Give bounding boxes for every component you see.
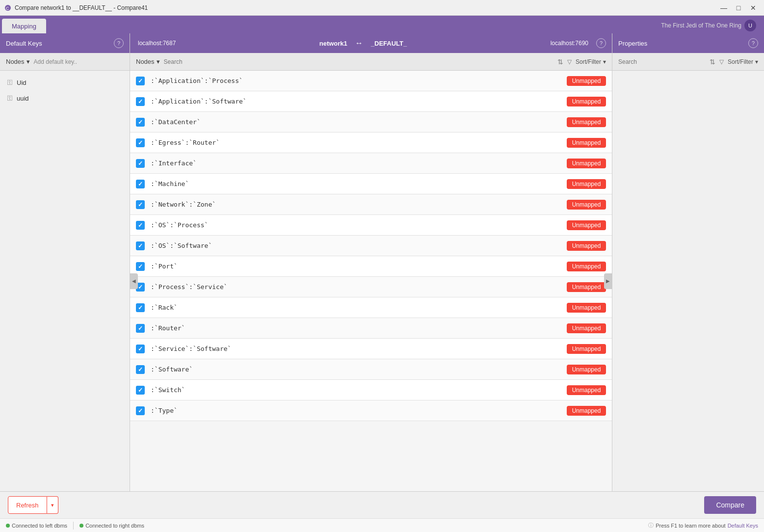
unmapped-badge[interactable]: Unmapped (567, 159, 606, 168)
row-checkbox[interactable] (136, 77, 145, 85)
user-info: The First Jedi of The One Ring U (661, 20, 764, 33)
unmapped-badge[interactable]: Unmapped (567, 344, 606, 354)
restore-button[interactable]: □ (732, 1, 745, 15)
row-checkbox[interactable] (136, 159, 145, 168)
minimize-button[interactable]: — (717, 1, 731, 15)
left-panel: Default Keys ? Nodes ▾ Add default key..… (0, 33, 130, 491)
unmapped-badge[interactable]: Unmapped (567, 179, 606, 189)
unmapped-badge[interactable]: Unmapped (567, 385, 606, 395)
node-label: :`Router` (151, 324, 561, 332)
right-search-input[interactable] (618, 56, 706, 68)
key-item-uuid: ⚿ uuid (0, 90, 130, 106)
unmapped-badge[interactable]: Unmapped (567, 200, 606, 210)
collapse-right-button[interactable]: ▶ (604, 273, 612, 289)
row-checkbox[interactable] (136, 118, 145, 127)
row-checkbox[interactable] (136, 241, 145, 250)
unmapped-badge[interactable]: Unmapped (567, 282, 606, 292)
node-label: :`Egress`:`Router` (151, 139, 561, 146)
right-sort-filter-button[interactable]: Sort/Filter ▾ (728, 58, 758, 65)
mapping-row[interactable]: :`Application`:`Software`Unmapped (130, 91, 612, 112)
add-default-key-button[interactable]: Add default key.. (34, 58, 78, 65)
center-panel-help[interactable]: ? (596, 38, 606, 48)
center-nodes-dropdown[interactable]: Nodes ▾ (136, 58, 160, 65)
refresh-dropdown-button[interactable]: ▾ (47, 496, 58, 514)
main-window: C Compare network1 to __DEFAULT__ - Comp… (0, 0, 764, 532)
status-left2: Connected to right dbms (79, 523, 144, 529)
node-label: :`Switch` (151, 386, 561, 394)
unmapped-badge[interactable]: Unmapped (567, 138, 606, 148)
left-nodes-bar: Nodes ▾ Add default key.. (0, 53, 130, 71)
mapping-row[interactable]: :`OS`:`Process`Unmapped (130, 215, 612, 236)
mapping-list: :`Application`:`Process`Unmapped:`Applic… (130, 71, 612, 421)
row-checkbox[interactable] (136, 386, 145, 395)
svg-text:C: C (6, 6, 9, 11)
key-icon: ⚿ (7, 79, 13, 86)
mapping-row[interactable]: :`Switch`Unmapped (130, 380, 612, 400)
status-bar: Connected to left dbms Connected to righ… (0, 518, 764, 532)
unmapped-badge[interactable]: Unmapped (567, 365, 606, 374)
unmapped-badge[interactable]: Unmapped (567, 323, 606, 333)
mapping-tab[interactable]: Mapping (2, 19, 46, 33)
row-checkbox[interactable] (136, 262, 145, 271)
close-button[interactable]: ✕ (746, 1, 760, 15)
unmapped-badge[interactable]: Unmapped (567, 97, 606, 106)
mapping-row[interactable]: :`Router`Unmapped (130, 318, 612, 339)
unmapped-badge[interactable]: Unmapped (567, 220, 606, 230)
unmapped-badge[interactable]: Unmapped (567, 241, 606, 251)
unmapped-badge[interactable]: Unmapped (567, 303, 606, 313)
mapping-row[interactable]: :`Application`:`Process`Unmapped (130, 71, 612, 91)
chevron-down-icon: ▾ (26, 58, 30, 65)
row-checkbox[interactable] (136, 406, 145, 415)
left-panel-header: Default Keys ? (0, 33, 130, 53)
mapping-row[interactable]: :`OS`:`Software`Unmapped (130, 236, 612, 256)
row-checkbox[interactable] (136, 200, 145, 209)
left-panel-help[interactable]: ? (114, 38, 124, 48)
host-right: localhost:7690 (407, 40, 596, 47)
row-checkbox[interactable] (136, 303, 145, 312)
unmapped-badge[interactable]: Unmapped (567, 262, 606, 271)
connected-left-indicator (6, 524, 10, 528)
mapping-row[interactable]: :`DataCenter`Unmapped (130, 112, 612, 133)
unmapped-badge[interactable]: Unmapped (567, 76, 606, 86)
unmapped-badge[interactable]: Unmapped (567, 406, 606, 416)
node-label: :`Rack` (151, 304, 561, 311)
node-label: :`Network`:`Zone` (151, 201, 561, 208)
unmapped-badge[interactable]: Unmapped (567, 117, 606, 127)
filter-icon: ▽ (719, 58, 724, 65)
mapping-row[interactable]: :`Network`:`Zone`Unmapped (130, 194, 612, 215)
row-checkbox[interactable] (136, 97, 145, 106)
filter-icon: ▽ (567, 58, 572, 65)
node-label: :`Software` (151, 366, 561, 373)
row-checkbox[interactable] (136, 221, 145, 230)
title-bar: C Compare network1 to __DEFAULT__ - Comp… (0, 0, 764, 16)
node-label: :`Machine` (151, 180, 561, 187)
help-circle-icon: ⓘ (648, 522, 654, 529)
bottom-bar: Refresh ▾ Compare (0, 491, 764, 518)
mapping-row[interactable]: :`Type`Unmapped (130, 400, 612, 421)
row-checkbox[interactable] (136, 345, 145, 353)
row-checkbox[interactable] (136, 180, 145, 188)
mapping-row[interactable]: :`Software`Unmapped (130, 359, 612, 380)
center-panel: localhost:7687 network1 ↔ _DEFAULT_ loca… (130, 33, 612, 491)
node-label: :`Process`:`Service` (151, 283, 561, 291)
window-controls: — □ ✕ (717, 1, 760, 15)
left-nodes-dropdown[interactable]: Nodes ▾ (6, 58, 30, 65)
sort-filter-button[interactable]: Sort/Filter ▾ (576, 58, 606, 65)
refresh-button[interactable]: Refresh (8, 496, 47, 514)
mapping-row[interactable]: :`Interface`Unmapped (130, 153, 612, 174)
default-keys-list: ⚿ Uid ⚿ uuid (0, 71, 130, 491)
row-checkbox[interactable] (136, 365, 145, 374)
center-search-input[interactable] (164, 56, 553, 68)
mapping-row[interactable]: :`Rack`Unmapped (130, 297, 612, 318)
mapping-row[interactable]: :`Machine`Unmapped (130, 174, 612, 194)
mapping-row[interactable]: :`Port`Unmapped (130, 256, 612, 277)
mapping-row[interactable]: :`Process`:`Service`Unmapped (130, 277, 612, 297)
compare-button[interactable]: Compare (704, 496, 756, 514)
mapping-row[interactable]: :`Service`:`Software`Unmapped (130, 339, 612, 359)
status-divider (73, 522, 74, 530)
right-panel-help[interactable]: ? (748, 38, 758, 48)
row-checkbox[interactable] (136, 324, 145, 333)
row-checkbox[interactable] (136, 138, 145, 147)
mapping-row[interactable]: :`Egress`:`Router`Unmapped (130, 133, 612, 153)
collapse-left-button[interactable]: ◀ (130, 273, 138, 289)
